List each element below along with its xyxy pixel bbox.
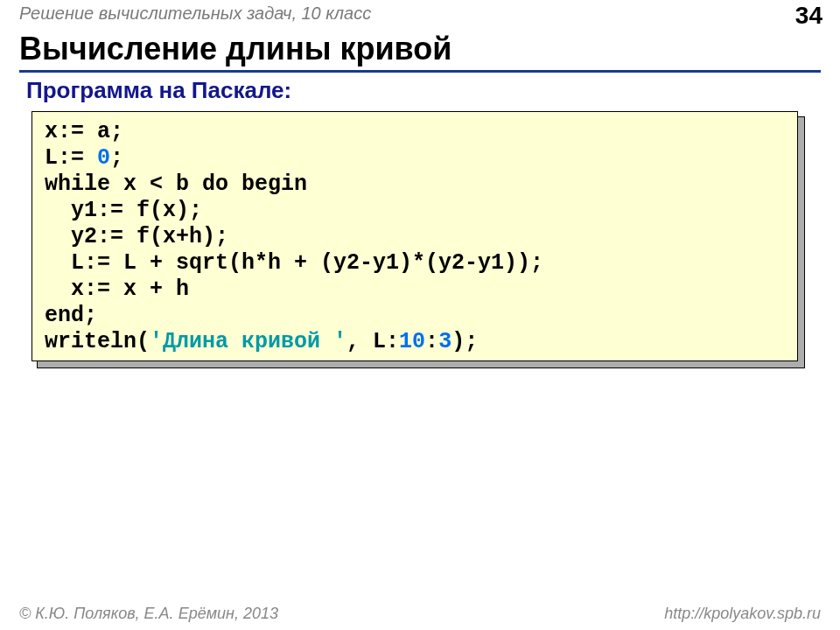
course-header: Решение вычислительных задач, 10 класс bbox=[19, 4, 371, 24]
code-line-9b: 'Длина кривой ' bbox=[150, 329, 346, 354]
slide: Решение вычислительных задач, 10 класс 3… bbox=[0, 0, 840, 630]
code-line-8a: end bbox=[45, 303, 84, 328]
page-number: 34 bbox=[795, 2, 822, 30]
code-box: x:= a; L:= 0; while x < b do begin y1:= … bbox=[32, 111, 798, 361]
code-line-9d: 10 bbox=[399, 329, 425, 354]
code-line-3c: do begin bbox=[202, 172, 307, 197]
code-line-2c: ; bbox=[110, 145, 123, 171]
code-line-4: y1:= f(x); bbox=[45, 198, 202, 223]
code-line-8b: ; bbox=[84, 303, 97, 328]
code-line-6: L:= L + sqrt(h*h + (y2-y1)*(y2-y1)); bbox=[45, 250, 543, 276]
code-line-2b: 0 bbox=[97, 145, 110, 171]
code-line-1: x:= a; bbox=[45, 119, 123, 144]
code-line-9a: writeln( bbox=[45, 329, 150, 354]
code-line-3a: while bbox=[45, 172, 110, 197]
code-line-5: y2:= f(x+h); bbox=[45, 224, 228, 249]
subtitle: Программа на Паскале: bbox=[26, 77, 291, 104]
slide-title: Вычисление длины кривой bbox=[19, 31, 452, 67]
code-line-9c: , L: bbox=[346, 329, 399, 354]
footer-url: http://kpolyakov.spb.ru bbox=[664, 605, 821, 623]
code-line-7: x:= x + h bbox=[45, 276, 189, 302]
code-line-9g: ); bbox=[452, 329, 478, 354]
code-line-9f: 3 bbox=[438, 329, 452, 354]
code-line-2a: L:= bbox=[45, 145, 97, 171]
title-underline bbox=[19, 70, 821, 73]
footer-copyright: © К.Ю. Поляков, Е.А. Ерёмин, 2013 bbox=[19, 605, 278, 623]
code-line-9e: : bbox=[425, 329, 438, 354]
code-line-3b: x < b bbox=[110, 172, 202, 197]
